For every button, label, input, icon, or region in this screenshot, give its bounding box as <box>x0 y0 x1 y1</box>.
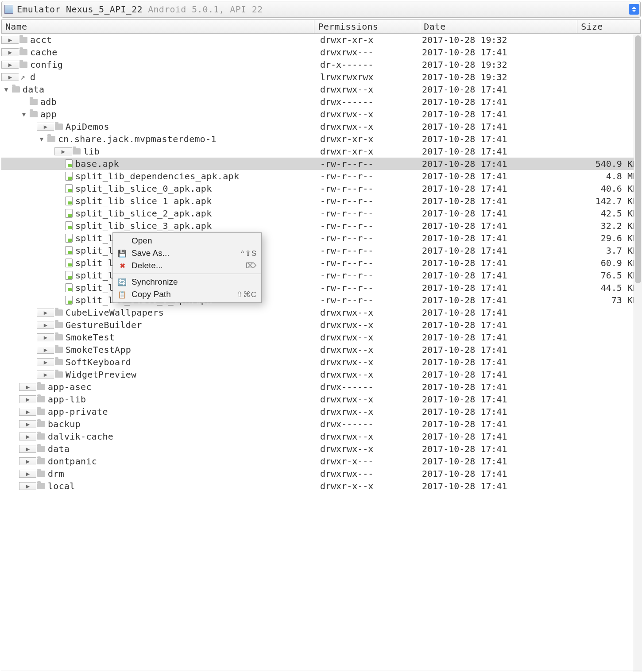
tree-row[interactable]: datadrwxrwx--x2017-10-28 17:41 <box>1 443 641 455</box>
ctx-copy-path[interactable]: 📋 Copy Path ⇧⌘C <box>113 288 261 301</box>
tree-row[interactable]: datadrwxrwx--x2017-10-28 17:41 <box>1 83 641 96</box>
tree-row[interactable]: split_lib_slice_9_apk.apk-rw-r--r--2017-… <box>1 294 641 306</box>
scrollbar-thumb[interactable] <box>635 35 641 283</box>
tree-row[interactable]: GestureBuilderdrwxrwx--x2017-10-28 17:41 <box>1 319 641 331</box>
row-name: ApiDemos <box>66 121 109 132</box>
chevron-right-icon[interactable] <box>19 445 36 453</box>
folder-icon <box>37 483 45 489</box>
tree-row[interactable]: split_lib_slice_7_apk.apk-rw-r--r--2017-… <box>1 269 641 282</box>
row-size: 42.5 KB <box>577 208 640 219</box>
ctx-sync-label: Synchronize <box>131 277 178 287</box>
chevron-down-icon[interactable] <box>19 111 29 118</box>
ctx-delete[interactable]: ✖ Delete... ⌦ <box>113 259 261 272</box>
chevron-right-icon[interactable] <box>1 48 19 56</box>
chevron-down-icon[interactable] <box>37 135 46 143</box>
tree-row[interactable]: split_lib_slice_5_apk.apk-rw-r--r--2017-… <box>1 244 641 257</box>
tree-row[interactable]: app-privatedrwxrwx--x2017-10-28 17:41 <box>1 406 641 418</box>
tree-row[interactable]: ApiDemosdrwxrwx--x2017-10-28 17:41 <box>1 120 641 133</box>
tree-row[interactable]: SoftKeyboarddrwxrwx--x2017-10-28 17:41 <box>1 356 641 368</box>
chevron-right-icon[interactable] <box>37 309 54 317</box>
tree-row[interactable]: WidgetPreviewdrwxrwx--x2017-10-28 17:41 <box>1 368 641 381</box>
col-date[interactable]: Date <box>420 19 577 34</box>
row-date: 2017-10-28 17:41 <box>422 220 577 231</box>
chevron-right-icon[interactable] <box>37 371 54 378</box>
chevron-right-icon[interactable] <box>37 333 54 341</box>
folder-icon <box>19 37 27 43</box>
tree-row[interactable]: dontpanicdrwxr-x---2017-10-28 17:41 <box>1 455 641 467</box>
chevron-right-icon[interactable] <box>19 383 36 391</box>
tree-row[interactable]: backupdrwx------2017-10-28 17:41 <box>1 418 641 430</box>
ctx-open[interactable]: Open <box>113 235 261 247</box>
tree-row[interactable]: split_lib_dependencies_apk.apk-rw-r--r--… <box>1 170 641 182</box>
folder-icon <box>30 111 38 117</box>
ctx-synchronize[interactable]: 🔄 Synchronize <box>113 276 261 288</box>
chevron-right-icon[interactable] <box>19 457 36 465</box>
tree-row[interactable]: split_lib_slice_6_apk.apk-rw-r--r--2017-… <box>1 257 641 269</box>
tree-row[interactable]: SmokeTestAppdrwxrwx--x2017-10-28 17:41 <box>1 344 641 356</box>
chevron-right-icon[interactable] <box>1 73 19 81</box>
chevron-right-icon[interactable] <box>19 420 36 428</box>
vertical-scrollbar[interactable] <box>634 35 642 672</box>
row-permissions: -rw-r--r-- <box>320 208 422 219</box>
ctx-save-label: Save As... <box>131 248 170 258</box>
row-permissions: drwx------ <box>320 97 422 107</box>
row-date: 2017-10-28 17:41 <box>422 183 577 194</box>
row-name: WidgetPreview <box>66 369 136 380</box>
tree-row[interactable]: adbdrwx------2017-10-28 17:41 <box>1 96 641 108</box>
chevron-right-icon[interactable] <box>37 358 54 366</box>
folder-icon <box>12 86 20 93</box>
ctx-save-as[interactable]: 💾 Save As... ^⇧S <box>113 247 261 259</box>
tree-row[interactable]: acctdrwxr-xr-x2017-10-28 19:32 <box>1 34 641 46</box>
tree-row[interactable]: dlrwxrwxrwx2017-10-28 19:32 <box>1 71 641 83</box>
dropdown-icon[interactable] <box>629 4 639 15</box>
row-name: cn.share.jack.mvpmasterdemo-1 <box>58 134 217 144</box>
tree-row[interactable]: CubeLiveWallpapersdrwxrwx--x2017-10-28 1… <box>1 306 641 319</box>
row-size: 4.8 MB <box>577 171 640 182</box>
device-label: Emulator Nexus_5_API_22 Android 5.0.1, A… <box>17 4 626 15</box>
file-icon <box>65 246 73 255</box>
chevron-down-icon[interactable] <box>1 86 11 93</box>
tree-row[interactable]: dalvik-cachedrwxrwx--x2017-10-28 17:41 <box>1 430 641 443</box>
row-name: split_lib_slice_1_apk.apk <box>75 196 212 206</box>
col-size[interactable]: Size <box>577 19 641 34</box>
row-size: 142.7 KB <box>577 196 640 206</box>
chevron-right-icon[interactable] <box>37 346 54 354</box>
col-name[interactable]: Name <box>1 19 314 34</box>
tree-row[interactable]: SmokeTestdrwxrwx--x2017-10-28 17:41 <box>1 331 641 344</box>
tree-row[interactable]: split_lib_slice_1_apk.apk-rw-r--r--2017-… <box>1 195 641 207</box>
tree-row[interactable]: split_lib_slice_8_apk.apk-rw-r--r--2017-… <box>1 282 641 294</box>
file-tree[interactable]: acctdrwxr-xr-x2017-10-28 19:32cachedrwxr… <box>1 34 641 492</box>
context-menu: Open 💾 Save As... ^⇧S ✖ Delete... ⌦ 🔄 Sy… <box>112 232 262 303</box>
file-icon <box>65 172 73 181</box>
tree-row[interactable]: split_lib_slice_2_apk.apk-rw-r--r--2017-… <box>1 207 641 220</box>
tree-row[interactable]: configdr-x------2017-10-28 19:32 <box>1 58 641 71</box>
chevron-right-icon[interactable] <box>37 321 54 329</box>
chevron-right-icon[interactable] <box>19 470 36 478</box>
chevron-right-icon[interactable] <box>19 433 36 440</box>
tree-row[interactable]: app-libdrwxrwx--x2017-10-28 17:41 <box>1 393 641 406</box>
chevron-right-icon[interactable] <box>19 482 36 490</box>
tree-row[interactable]: cn.share.jack.mvpmasterdemo-1drwxr-xr-x2… <box>1 133 641 145</box>
chevron-right-icon[interactable] <box>19 395 36 403</box>
col-permissions[interactable]: Permissions <box>314 19 420 34</box>
tree-row[interactable]: app-asecdrwx------2017-10-28 17:41 <box>1 381 641 393</box>
tree-row[interactable]: appdrwxrwx--x2017-10-28 17:41 <box>1 108 641 120</box>
chevron-right-icon[interactable] <box>1 61 19 69</box>
tree-row[interactable]: libdrwxr-xr-x2017-10-28 17:41 <box>1 145 641 158</box>
tree-row[interactable]: split_lib_slice_4_apk.apk-rw-r--r--2017-… <box>1 232 641 244</box>
chevron-right-icon[interactable] <box>19 408 36 416</box>
tree-row[interactable]: base.apk-rw-r--r--2017-10-28 17:41540.9 … <box>1 158 641 170</box>
tree-row[interactable]: split_lib_slice_0_apk.apk-rw-r--r--2017-… <box>1 182 641 195</box>
row-name: local <box>48 481 75 491</box>
tree-row[interactable]: drmdrwxrwx---2017-10-28 17:41 <box>1 467 641 480</box>
row-date: 2017-10-28 17:41 <box>422 270 577 281</box>
tree-row[interactable]: cachedrwxrwx---2017-10-28 17:41 <box>1 46 641 58</box>
chevron-right-icon[interactable] <box>54 147 72 155</box>
device-selector[interactable]: Emulator Nexus_5_API_22 Android 5.0.1, A… <box>1 1 641 18</box>
row-name: SoftKeyboard <box>66 357 131 367</box>
tree-row[interactable]: split_lib_slice_3_apk.apk-rw-r--r--2017-… <box>1 220 641 232</box>
chevron-right-icon[interactable] <box>1 36 19 44</box>
tree-row[interactable]: localdrwxr-x--x2017-10-28 17:41 <box>1 480 641 492</box>
row-name: app-private <box>48 406 108 417</box>
chevron-right-icon[interactable] <box>37 123 54 131</box>
